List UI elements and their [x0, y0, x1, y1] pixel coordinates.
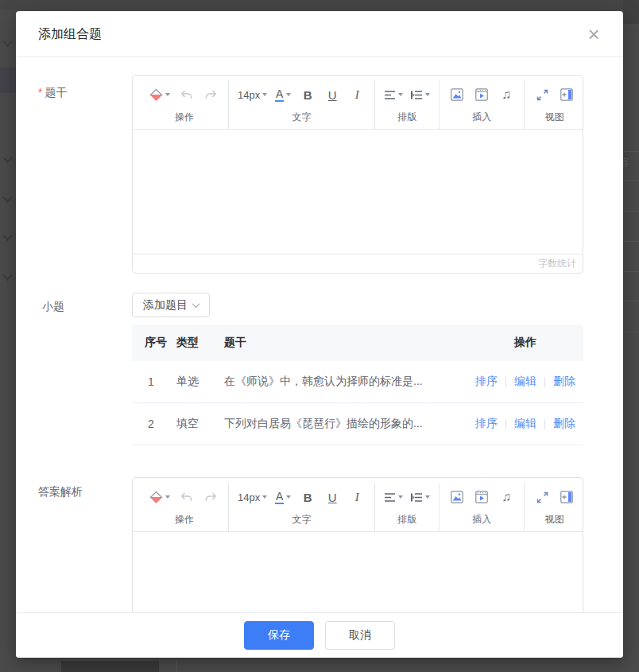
align-select[interactable]: [384, 84, 403, 105]
toolbar-group-label: 排版: [397, 109, 416, 129]
save-button[interactable]: 保存: [244, 621, 314, 650]
column-header-no: 序号: [132, 336, 176, 350]
font-color-button[interactable]: A: [274, 84, 292, 105]
indent-select[interactable]: [410, 487, 430, 507]
column-header-action: 操作: [467, 336, 583, 350]
font-size-select[interactable]: 14px: [238, 84, 267, 105]
eraser-icon: [149, 491, 163, 504]
fullscreen-icon: [536, 89, 548, 101]
font-size-value: 14px: [238, 491, 260, 503]
italic-icon: I: [355, 88, 359, 102]
indent-select[interactable]: [410, 84, 430, 105]
background-left-block: [0, 68, 16, 93]
undo-button[interactable]: [177, 487, 195, 507]
toolbar-group-label: 插入: [472, 109, 491, 129]
font-color-icon: A: [275, 491, 284, 504]
font-size-select[interactable]: 14px: [238, 487, 267, 507]
edit-link[interactable]: 编辑: [514, 375, 536, 389]
insert-image-button[interactable]: [448, 487, 466, 507]
stem-field-label-text: 题干: [45, 86, 67, 99]
underline-button[interactable]: U: [323, 487, 341, 507]
close-icon[interactable]: ×: [582, 22, 606, 46]
cell-no: 1: [132, 375, 176, 388]
italic-button[interactable]: I: [348, 487, 366, 507]
eraser-icon: [149, 88, 163, 102]
cell-type: 单选: [176, 375, 224, 389]
indent-icon: [410, 90, 423, 100]
split-view-icon: [560, 491, 573, 503]
font-color-button[interactable]: A: [274, 487, 292, 507]
insert-audio-button[interactable]: ♫: [498, 84, 515, 105]
background-bottom-block: [61, 661, 159, 672]
background-header-fragment: [623, 0, 639, 24]
stem-editor-content[interactable]: [133, 130, 583, 254]
bold-button[interactable]: B: [299, 84, 316, 105]
dialog-header: 添加组合题 ×: [16, 11, 623, 57]
chevron-down-icon: [262, 93, 267, 96]
background-row-line: [622, 241, 639, 242]
insert-audio-button[interactable]: ♫: [498, 487, 515, 507]
background-chevron-down-icon: [2, 192, 13, 203]
insert-image-button[interactable]: [448, 84, 466, 105]
music-note-icon: ♫: [502, 490, 511, 504]
background-row-line: [622, 151, 639, 152]
fullscreen-button[interactable]: [533, 84, 551, 105]
underline-icon: U: [328, 88, 337, 102]
editor-toolbar: 操作 14px A B U: [133, 76, 583, 130]
image-icon: [451, 88, 463, 101]
insert-video-button[interactable]: [473, 487, 490, 507]
cancel-button[interactable]: 取消: [325, 621, 395, 650]
add-question-dropdown-button[interactable]: 添加题目: [132, 293, 210, 317]
insert-video-button[interactable]: [473, 84, 490, 105]
toolbar-group-operations: 操作: [141, 483, 229, 531]
dialog-footer: 保存 取消: [16, 612, 623, 658]
italic-button[interactable]: I: [348, 84, 366, 105]
add-question-label: 添加题目: [143, 298, 188, 313]
eraser-button[interactable]: [149, 84, 170, 105]
required-asterisk: *: [38, 86, 42, 99]
delete-link[interactable]: 删除: [553, 417, 575, 431]
underline-button[interactable]: U: [323, 84, 341, 105]
toolbar-group-label: 插入: [472, 511, 491, 531]
redo-button[interactable]: [202, 84, 219, 105]
background-chevron-down-icon: [2, 231, 13, 241]
sort-link[interactable]: 排序: [475, 417, 498, 431]
eraser-button[interactable]: [149, 487, 170, 507]
redo-button[interactable]: [202, 487, 219, 507]
add-composite-question-dialog: 添加组合题 × *题干: [16, 11, 623, 658]
action-separator: [505, 377, 506, 387]
word-count-label[interactable]: 字数统计: [538, 257, 576, 270]
dialog-title: 添加组合题: [38, 11, 102, 57]
action-separator: [544, 377, 545, 387]
indent-icon: [410, 492, 423, 503]
fullscreen-button[interactable]: [533, 487, 551, 507]
chevron-down-icon: [425, 93, 430, 96]
action-separator: [544, 419, 545, 429]
bold-icon: B: [304, 88, 312, 102]
sort-link[interactable]: 排序: [475, 375, 498, 389]
toolbar-group-layout: 排版: [375, 483, 440, 531]
subquestions-label: 小题: [42, 300, 64, 314]
align-select[interactable]: [384, 487, 403, 507]
toolbar-group-layout: 排版: [375, 80, 440, 129]
background-row-line: [622, 180, 639, 181]
toolbar-group-label: 排版: [397, 511, 416, 531]
bold-button[interactable]: B: [299, 487, 316, 507]
undo-button[interactable]: [177, 84, 195, 105]
analysis-rich-editor: 操作 14px A B U: [132, 477, 583, 612]
video-icon: [475, 88, 488, 101]
delete-link[interactable]: 删除: [553, 375, 575, 389]
background-row-line: [622, 332, 639, 332]
toolbar-group-insert: ♫ 插入: [440, 80, 525, 129]
split-view-button[interactable]: [558, 84, 575, 105]
analysis-editor-content[interactable]: [133, 532, 583, 613]
music-note-icon: ♫: [502, 87, 511, 102]
font-color-icon: A: [275, 88, 284, 102]
analysis-label: 答案解析: [38, 485, 83, 499]
chevron-down-icon: [398, 93, 403, 96]
italic-icon: I: [355, 491, 359, 504]
background-row-line: [622, 271, 639, 272]
edit-link[interactable]: 编辑: [514, 417, 536, 431]
toolbar-group-label: 文字: [292, 511, 312, 531]
split-view-button[interactable]: [558, 487, 575, 507]
